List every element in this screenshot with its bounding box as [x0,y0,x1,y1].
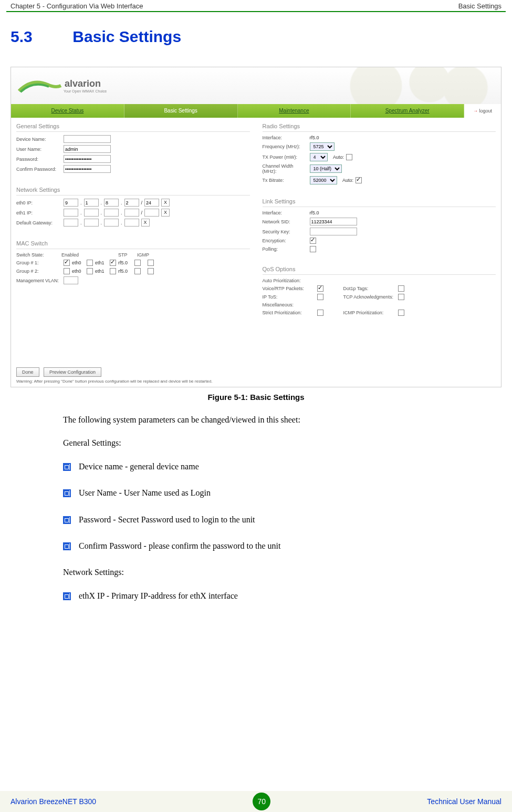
voice-check[interactable] [317,285,323,292]
header-rule [6,11,506,12]
alvarion-logo-icon [16,75,64,96]
bitrate-select[interactable]: 52000 [310,176,337,184]
list-item: User Name - User Name used as Login [63,487,475,499]
link-interface-label: Interface: [263,210,308,215]
eth0-oct1[interactable] [64,199,78,207]
g2-rf-check[interactable] [110,268,116,274]
logout-link[interactable]: logout [464,104,501,118]
g2-igmp-check[interactable] [148,268,154,274]
nav-spectrum-analyzer[interactable]: Spectrum Analyzer [351,104,464,118]
password-input[interactable] [64,155,111,163]
done-button[interactable]: Done [16,367,39,377]
device-name-label: Device Name: [16,137,61,142]
eth0-oct2[interactable] [84,199,99,207]
g1-eth0-check[interactable] [64,260,70,266]
chwidth-label: Channel Width (MHz): [263,163,308,174]
icmp-check[interactable] [398,310,404,316]
bitrate-label: Tx Bitrate: [263,178,308,183]
encryption-check[interactable] [310,238,316,244]
worldmap-decoration [322,67,501,104]
g2-stp-check[interactable] [134,268,141,274]
igmp-header: IGMP [137,252,156,258]
bullet-text: ethX IP - Primary IP-address for ethX in… [79,591,238,600]
bullet-text: User Name - User Name used as Login [79,488,211,497]
network-settings-title: Network Settings [16,184,250,196]
g1-stp-check[interactable] [134,260,141,266]
eth0-oct4[interactable] [124,199,139,207]
eth1-oct2[interactable] [84,209,99,217]
web-ui-screenshot: alvarion Your Open WiMAX Choice Device S… [11,67,501,387]
g1-igmp-check[interactable] [148,260,154,266]
tcpack-label: TCP Acknowledgments: [343,294,396,300]
eth1-oct3[interactable] [104,209,119,217]
freq-label: Frequency (MHz): [263,144,308,149]
bullet-icon [63,543,69,549]
eth0-clear-button[interactable]: X [161,199,170,207]
gw-oct4[interactable] [124,219,139,227]
device-name-input[interactable] [64,135,111,143]
g2-eth0-check[interactable] [64,268,70,274]
tcpack-check[interactable] [398,294,404,300]
mgmt-vlan-input[interactable] [64,276,78,284]
chwidth-select[interactable]: 10 (Half) [310,165,342,173]
eth1-clear-button[interactable]: X [161,209,170,217]
nav-basic-settings[interactable]: Basic Settings [124,104,238,118]
figure-caption: Figure 5-1: Basic Settings [0,393,512,402]
g1-eth1-check[interactable] [87,260,93,266]
eth1-oct1[interactable] [64,209,78,217]
txpower-auto-check[interactable] [346,154,352,160]
password-label: Password: [16,157,61,162]
bullet-icon [63,464,69,470]
link-interface-value: rf5.0 [310,210,319,215]
footer-left: Alvarion BreezeNET B300 [11,797,96,806]
iptos-label: IP ToS: [263,294,315,300]
body-content: The following system parameters can be c… [63,414,475,602]
footer-right: Technical User Manual [427,797,501,806]
g1-rf-check[interactable] [110,260,116,266]
gw-oct2[interactable] [84,219,99,227]
dot1p-check[interactable] [398,285,404,292]
eth1-ip-label: eth1 IP: [16,210,61,215]
g2-eth0-label: eth0 [72,269,81,274]
list-item: ethX IP - Primary IP-address for ethX in… [63,590,475,602]
eth0-mask[interactable] [144,199,159,207]
eth1-oct4[interactable] [124,209,139,217]
logo-tagline: Your Open WiMAX Choice [64,89,107,93]
stp-header: STP [118,252,137,258]
general-settings-title: General Settings [16,121,250,132]
bitrate-auto-check[interactable] [356,177,362,183]
confirm-password-input[interactable] [64,165,111,173]
g2-eth1-check[interactable] [87,268,93,274]
iptos-check[interactable] [317,294,323,300]
sid-input[interactable] [310,218,357,225]
g2-eth1-label: eth1 [95,269,105,274]
polling-label: Polling: [263,246,308,252]
gw-clear-button[interactable]: X [141,219,150,227]
nav-maintenance[interactable]: Maintenance [238,104,351,118]
seckey-input[interactable] [310,228,357,235]
gw-oct1[interactable] [64,219,78,227]
page-header: Chapter 5 - Configuration Via Web Interf… [0,0,512,11]
section-heading: 5.3 Basic Settings [0,28,512,46]
preview-config-button[interactable]: Preview Configuration [44,367,101,377]
gw-oct3[interactable] [104,219,119,227]
txpower-label: TX Power (mW): [263,155,308,160]
txpower-select[interactable]: 4 [310,153,328,161]
strict-check[interactable] [317,310,323,316]
switch-state-label: Switch State: [16,252,61,258]
list-item: Password - Secret Password used to login… [63,514,475,526]
screenshot-figure: alvarion Your Open WiMAX Choice Device S… [11,67,501,387]
eth0-oct3[interactable] [104,199,119,207]
switch-state-value: Enabled [61,252,92,258]
eth0-ip-label: eth0 IP: [16,200,61,205]
page-footer: Alvarion BreezeNET B300 70 Technical Use… [0,791,512,812]
dot1p-label: Dot1p Tags: [343,286,396,291]
g1-eth0-label: eth0 [72,260,81,265]
nav-device-status[interactable]: Device Status [11,104,124,118]
seckey-label: Security Key: [263,229,308,234]
g2-rf-label: rf5.0 [118,269,128,274]
eth1-mask[interactable] [144,209,159,217]
polling-check[interactable] [310,246,316,252]
freq-select[interactable]: 5725 [310,142,335,151]
user-name-input[interactable] [64,145,111,153]
